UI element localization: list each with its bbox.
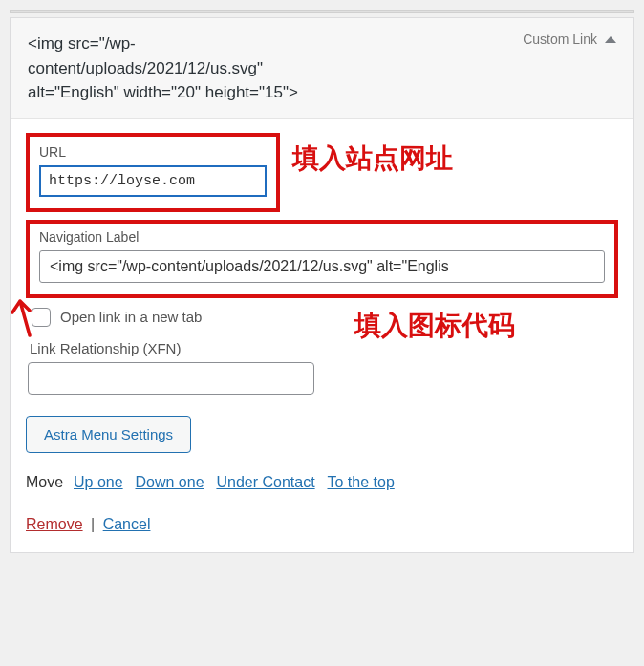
move-row: Move Up one Down one Under Contact To th… (26, 474, 618, 491)
panel-body: 填入站点网址 填入图标代码 URL Navigation Label Open … (11, 119, 633, 552)
menu-item-panel: <img src="/wp-content/uploads/2021/12/us… (10, 17, 634, 553)
panel-title: <img src="/wp-content/uploads/2021/12/us… (28, 32, 314, 105)
annotation-icon: 填入图标代码 (354, 308, 515, 344)
xfn-label: Link Relationship (XFN) (30, 340, 181, 356)
open-new-tab-row[interactable]: Open link in a new tab (32, 308, 618, 327)
move-up-link[interactable]: Up one (74, 474, 123, 490)
move-down-link[interactable]: Down one (136, 474, 204, 490)
url-field-group: URL (26, 133, 280, 212)
panel-header[interactable]: <img src="/wp-content/uploads/2021/12/us… (11, 18, 633, 119)
nav-label-input[interactable] (39, 250, 605, 283)
xfn-field-group: Link Relationship (XFN) (26, 340, 618, 395)
caret-up-icon[interactable] (605, 36, 616, 43)
item-type-text: Custom Link (523, 32, 597, 47)
cancel-link[interactable]: Cancel (103, 516, 151, 532)
xfn-input[interactable] (28, 362, 314, 395)
url-label: URL (39, 144, 267, 160)
open-new-tab-label: Open link in a new tab (60, 309, 202, 325)
remove-link[interactable]: Remove (26, 516, 83, 532)
annotation-url: 填入站点网址 (292, 140, 453, 177)
astra-menu-settings-button[interactable]: Astra Menu Settings (26, 416, 191, 453)
move-label: Move (26, 474, 63, 490)
separator: | (91, 516, 95, 532)
arrow-icon (1, 290, 39, 337)
nav-label: Navigation Label (39, 229, 605, 245)
top-collapsed-bar (10, 10, 634, 13)
nav-label-field-group: Navigation Label (26, 220, 618, 298)
footer-row: Remove | Cancel (26, 516, 618, 533)
panel-type-label: Custom Link (523, 32, 616, 47)
move-under-link[interactable]: Under Contact (216, 474, 314, 490)
url-input[interactable] (39, 165, 267, 197)
move-top-link[interactable]: To the top (328, 474, 395, 490)
